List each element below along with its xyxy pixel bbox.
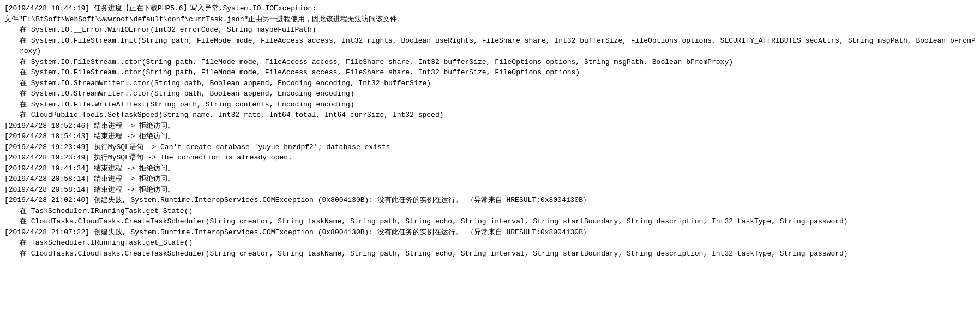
log-line: 在 System.IO.File.WriteAllText(String pat… [4,99,976,110]
log-container: [2019/4/28 18:44:19] 任务进度【正在下载PHP5.6】写入异… [0,0,980,326]
log-line: [2019/4/28 21:07:22] 创建失败, System.Runtim… [4,227,976,238]
log-line: [2019/4/28 18:54:43] 结束进程 -> 拒绝访问。 [4,131,976,142]
log-line: [2019/4/28 19:23:49] 执行MySQL语句 -> The co… [4,152,976,163]
log-line: [2019/4/28 18:52:46] 结束进程 -> 拒绝访问。 [4,121,976,132]
log-line: 在 System.IO.FileStream..ctor(String path… [4,67,976,78]
log-line: 在 System.IO.FileStream.Init(String path,… [4,35,976,57]
log-line: [2019/4/28 19:23:49] 执行MySQL语句 -> Can't … [4,142,976,153]
log-line: [2019/4/28 21:02:40] 创建失败, System.Runtim… [4,195,976,206]
log-line: 在 System.IO.StreamWriter..ctor(String pa… [4,88,976,99]
log-line: 在 CloudTasks.CloudTasks.CreateTaskSchedu… [4,248,976,259]
log-line: 在 TaskScheduler.IRunningTask.get_State() [4,206,976,217]
log-line: 在 System.IO.FileStream..ctor(String path… [4,57,976,68]
log-line: [2019/4/28 18:44:19] 任务进度【正在下载PHP5.6】写入异… [4,3,976,14]
log-line: [2019/4/28 20:58:14] 结束进程 -> 拒绝访问。 [4,174,976,185]
log-line: 在 TaskScheduler.IRunningTask.get_State() [4,238,976,248]
log-line: [2019/4/28 19:41:34] 结束进程 -> 拒绝访问。 [4,163,976,174]
log-line: 文件"E:\BtSoft\WebSoft\wwwroot\default\con… [4,14,976,25]
log-line: 在 System.IO.StreamWriter..ctor(String pa… [4,78,976,89]
log-line: 在 System.IO.__Error.WinIOError(Int32 err… [4,25,976,35]
log-line: 在 CloudPublic.Tools.SetTaskSpeed(String … [4,110,976,121]
log-line: [2019/4/28 20:58:14] 结束进程 -> 拒绝访问。 [4,185,976,195]
log-line: 在 CloudTasks.CloudTasks.CreateTaskSchedu… [4,216,976,227]
